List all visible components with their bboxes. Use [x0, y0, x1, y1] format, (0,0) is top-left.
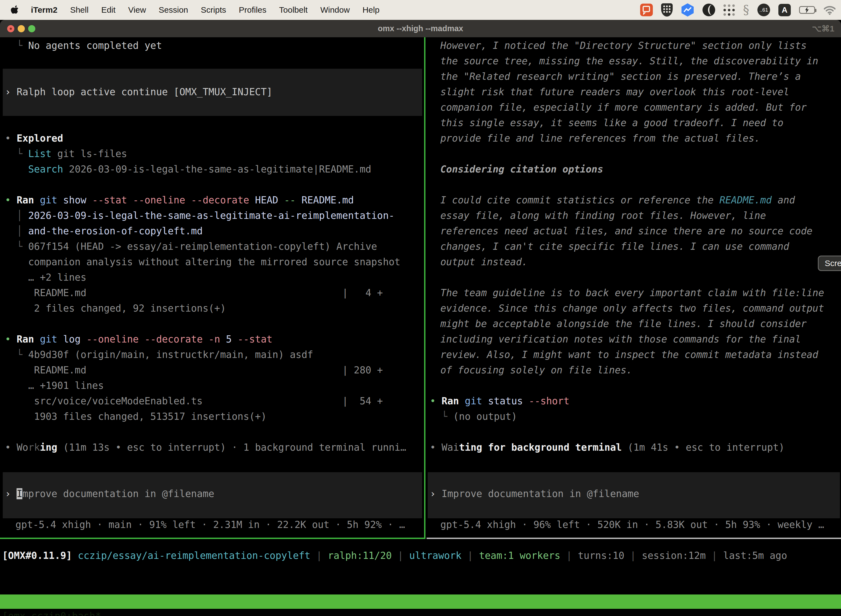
menu-item-window[interactable]: Window	[320, 5, 350, 15]
tmux-pane-right[interactable]: However, I noticed the "Directory Struct…	[426, 37, 841, 539]
menu-item-scripts[interactable]: Scripts	[201, 5, 226, 15]
prompt-input-line: › Improve documentation in @filename	[5, 486, 214, 502]
dots-grid-icon[interactable]	[724, 4, 735, 16]
menu-item-view[interactable]: View	[128, 5, 146, 15]
macos-menu-bar: iTerm2ShellEditViewSessionScriptsProfile…	[0, 0, 841, 20]
reasoning-paragraph: companion file, especially if more comme…	[440, 100, 807, 115]
ran-git-log-command: • Ran git log --oneline --decorate -n 5 …	[5, 331, 273, 347]
tmux-status-bar: [omx-cczip0:bash* "MacBook-Pro-44.local"…	[0, 594, 841, 609]
tmux-session-window-label[interactable]: [omx-cczip0:bash*	[2, 609, 101, 616]
menu-item-help[interactable]: Help	[363, 5, 379, 15]
menu-item-toolbelt[interactable]: Toolbelt	[279, 5, 308, 15]
menu-item-session[interactable]: Session	[159, 5, 188, 15]
explored-search-line: Search 2026-03-09-is-legal-the-same-as-l…	[5, 161, 371, 177]
ran-git-status-command: • Ran git status --short	[430, 393, 570, 409]
window-title-bar: omx --xhigh --madmax ⌥⌘1	[0, 20, 841, 37]
reasoning-paragraph: review. Also, I might want to inspect th…	[440, 347, 818, 362]
menu-item-edit[interactable]: Edit	[101, 5, 116, 15]
git-show-stat: README.md | 4 +	[5, 285, 383, 301]
ralph-loop-line: › Ralph loop active continue [OMX_TMUX_I…	[5, 84, 273, 100]
session-status-line: gpt-5.4 xhigh · 96% left · 520K in · 5.8…	[440, 517, 824, 532]
letter-a-icon[interactable]: A	[778, 4, 791, 16]
menu-item-profiles[interactable]: Profiles	[239, 5, 266, 15]
reasoning-paragraph: the "Related research writing" section i…	[440, 69, 801, 84]
git-show-output: └ 067f154 (HEAD -> essay/ai-reimplementa…	[5, 239, 377, 254]
command-arg-line: │ 2026-03-09-is-legal-the-same-as-legiti…	[5, 208, 394, 223]
prompt-input-line: › Improve documentation in @filename	[430, 486, 639, 502]
reasoning-paragraph: I could cite commit statistics or refere…	[440, 192, 795, 208]
omx-status-line: [OMX#0.11.9] cczip/essay/ai-reimplementa…	[2, 548, 787, 563]
wifi-icon[interactable]	[823, 5, 836, 15]
reasoning-paragraph: including verification notes with those …	[440, 331, 801, 347]
screen-overlay-button[interactable]: Scre	[818, 255, 841, 271]
reasoning-paragraph: output instead.	[440, 254, 527, 270]
reasoning-paragraph: the source tree, missing the essay. Stil…	[440, 53, 818, 69]
git-log-stat: src/voice/voiceModeEnabled.ts | 54 +	[5, 393, 383, 409]
shield-grid-icon[interactable]	[661, 3, 673, 16]
chat-app-icon[interactable]	[640, 4, 653, 16]
pane-border-inactive	[426, 538, 841, 539]
reasoning-paragraph: this single essay, it seems like a good …	[440, 115, 783, 131]
pane-border-active	[0, 538, 425, 539]
git-log-output: … +1901 lines	[5, 378, 104, 393]
git-log-stat: README.md | 280 +	[5, 362, 383, 378]
waiting-status-line: • Waiting for background terminal (1m 41…	[430, 440, 784, 455]
git-show-output: companion analysis without altering the …	[5, 254, 400, 270]
working-status-line: • Working (11m 13s • esc to interrupt) ·…	[5, 440, 406, 455]
reasoning-paragraph: essay file, along with finding root file…	[440, 208, 766, 223]
hexagon-bolt-icon[interactable]	[681, 3, 694, 16]
battery-icon[interactable]	[799, 6, 815, 14]
git-log-output: └ 4b9d30f (origin/main, instructkr/main,…	[5, 347, 313, 362]
menu-item-iterm2[interactable]: iTerm2	[31, 5, 57, 15]
reasoning-paragraph: changes, I can't cite specific file line…	[440, 239, 789, 254]
git-show-stat: 2 files changed, 92 insertions(+)	[5, 301, 226, 316]
ran-git-show-command: • Ran git show --stat --oneline --decora…	[5, 192, 354, 208]
agents-status-line: └ No agents completed yet	[5, 38, 162, 53]
apple-menu-icon[interactable]	[10, 5, 18, 15]
menu-items: iTerm2ShellEditViewSessionScriptsProfile…	[31, 5, 379, 15]
command-arg-line: │ and-the-erosion-of-copyleft.md	[5, 223, 202, 239]
screen-overlay-label: Scre	[825, 259, 841, 268]
reasoning-paragraph: evidence. Since this change only affects…	[440, 301, 824, 316]
git-show-output: … +2 lines	[5, 270, 86, 285]
reasoning-paragraph: However, I noticed the "Directory Struct…	[440, 38, 807, 53]
window-shortcut-badge: ⌥⌘1	[812, 24, 834, 34]
menu-item-shell[interactable]: Shell	[70, 5, 89, 15]
reasoning-paragraph: of focusing solely on file lines.	[440, 362, 632, 378]
pane-divider[interactable]	[424, 37, 425, 538]
session-status-line: gpt-5.4 xhigh · main · 91% left · 2.31M …	[15, 517, 405, 532]
reasoning-paragraph: slight risk that future readers may over…	[440, 84, 789, 100]
badge-61-icon[interactable]: ..61	[757, 4, 770, 16]
terminal-window: └ No agents completed yet› Ralph loop ac…	[0, 37, 841, 616]
git-status-output: └ (no output)	[430, 409, 517, 424]
reasoning-paragraph: The team guideline is to back every impo…	[440, 285, 824, 301]
menu-bar-status-icons: § ..61 A	[640, 3, 841, 16]
reasoning-paragraph: references need actual files, and since …	[440, 223, 813, 239]
squiggle-icon[interactable]: §	[743, 4, 749, 16]
git-log-stat: 1903 files changed, 513517 insertions(+)	[5, 409, 267, 424]
window-title: omx --xhigh --madmax	[0, 24, 841, 33]
explored-list-line: └ List git ls-files	[5, 146, 127, 161]
reasoning-paragraph: might be acceptable alongside the file l…	[440, 316, 807, 331]
reasoning-paragraph: provide file and line references from th…	[440, 131, 760, 146]
explored-header: • Explored	[5, 131, 63, 146]
pie-chart-icon[interactable]	[702, 4, 715, 16]
tmux-pane-left[interactable]: └ No agents completed yet› Ralph loop ac…	[0, 37, 424, 539]
reasoning-heading: Considering citation options	[440, 161, 603, 177]
screen: iTerm2ShellEditViewSessionScriptsProfile…	[0, 0, 841, 616]
